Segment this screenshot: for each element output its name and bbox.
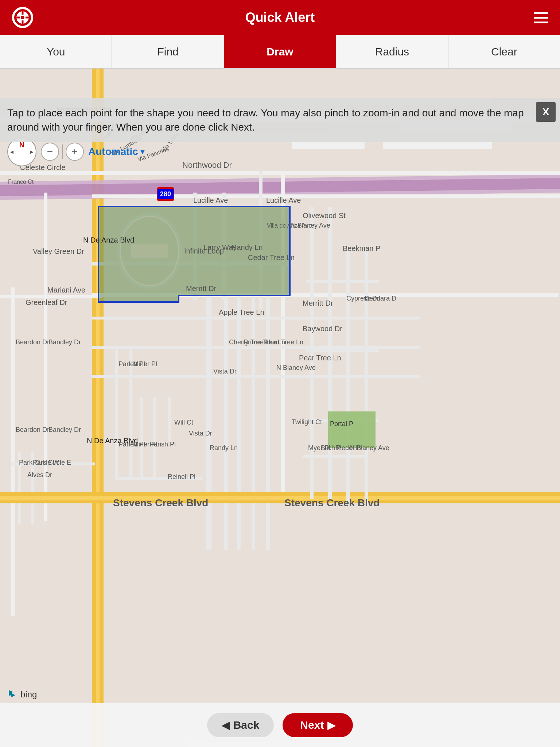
svg-text:Beekman P: Beekman P <box>343 244 380 252</box>
svg-text:Valley Green Dr: Valley Green Dr <box>33 247 84 255</box>
tab-draw[interactable]: Draw <box>224 35 336 68</box>
svg-rect-38 <box>168 397 171 441</box>
info-banner-text: Tap to place each point for the shape yo… <box>7 107 524 133</box>
bing-logo: bing <box>7 689 37 700</box>
svg-text:Twilight Ct: Twilight Ct <box>292 418 322 426</box>
back-button[interactable]: ◀ Back <box>207 713 274 737</box>
tab-you[interactable]: You <box>0 35 112 68</box>
svg-text:Northwood Dr: Northwood Dr <box>182 160 232 170</box>
svg-text:Plum Tree Ln: Plum Tree Ln <box>264 338 303 346</box>
svg-text:Vista Dr: Vista Dr <box>189 430 212 437</box>
svg-text:Cedar Tree Ln: Cedar Tree Ln <box>248 253 295 262</box>
svg-rect-47 <box>346 251 350 506</box>
svg-rect-36 <box>140 397 143 477</box>
svg-text:Olivewood St: Olivewood St <box>303 212 346 220</box>
svg-point-6 <box>21 16 24 19</box>
map-area[interactable]: 280 Homestead Rd N De Anza Blvd N De Anz… <box>0 69 560 747</box>
close-banner-button[interactable]: X <box>536 102 556 122</box>
svg-text:Merritt Dr: Merritt Dr <box>186 285 217 293</box>
svg-text:Stevens Creek Blvd: Stevens Creek Blvd <box>113 497 208 508</box>
svg-text:Mariani Ave: Mariani Ave <box>47 286 85 294</box>
svg-rect-34 <box>115 349 118 477</box>
map-svg: 280 Homestead Rd N De Anza Blvd N De Anz… <box>0 69 560 747</box>
menu-button[interactable] <box>534 12 548 23</box>
svg-text:Will Ct: Will Ct <box>174 419 193 426</box>
bottom-nav: ◀ Back Next ▶ <box>0 703 560 747</box>
svg-text:Parish Pl: Parish Pl <box>149 441 176 448</box>
page-title: Quick Alert <box>245 10 315 25</box>
zoom-controls: − + <box>41 143 84 161</box>
zoom-divider <box>62 144 63 159</box>
svg-rect-62 <box>383 142 492 149</box>
svg-rect-49 <box>306 280 379 283</box>
svg-text:Deodara D: Deodara D <box>365 295 396 302</box>
svg-text:N De Anza Blvd: N De Anza Blvd <box>83 236 134 244</box>
svg-rect-61 <box>292 142 365 149</box>
svg-text:Vista Dr: Vista Dr <box>213 368 237 375</box>
zoom-mode-selector[interactable]: Automatic ▾ <box>88 146 144 158</box>
svg-rect-33 <box>208 295 211 550</box>
zoom-in-button[interactable]: + <box>66 143 84 161</box>
zoom-mode-arrow: ▾ <box>140 147 144 156</box>
svg-rect-7 <box>0 69 560 747</box>
svg-rect-18 <box>11 287 15 616</box>
svg-text:Portal P: Portal P <box>330 420 353 427</box>
tab-find[interactable]: Find <box>112 35 224 68</box>
svg-rect-48 <box>365 251 368 506</box>
tab-radius[interactable]: Radius <box>336 35 448 68</box>
svg-rect-44 <box>0 496 560 500</box>
bing-label: bing <box>20 689 37 700</box>
svg-text:Baywood Dr: Baywood Dr <box>303 325 342 333</box>
svg-text:Park Circle E: Park Circle E <box>33 459 71 466</box>
svg-text:Stevens Creek Blvd: Stevens Creek Blvd <box>284 497 380 508</box>
tab-clear[interactable]: Clear <box>448 35 560 68</box>
svg-text:Reinell Pl: Reinell Pl <box>168 473 195 480</box>
svg-text:Lucille Ave: Lucille Ave <box>193 196 228 204</box>
svg-rect-13 <box>0 171 560 175</box>
svg-text:Villa de Anza Ave: Villa de Anza Ave <box>267 222 312 229</box>
svg-text:Beardon Dr: Beardon Dr <box>16 338 49 346</box>
compass-left-arrow: ◂ <box>10 148 13 156</box>
svg-text:Pear Tree Ln: Pear Tree Ln <box>299 354 341 362</box>
next-label: Next <box>300 719 324 731</box>
svg-rect-9 <box>96 69 100 747</box>
svg-text:Apple Tree Ln: Apple Tree Ln <box>219 308 264 316</box>
next-button[interactable]: Next ▶ <box>283 713 353 737</box>
svg-text:Randy Ln: Randy Ln <box>232 243 263 251</box>
svg-text:Greenleaf Dr: Greenleaf Dr <box>26 298 67 306</box>
zoom-out-button[interactable]: − <box>41 143 59 161</box>
svg-text:N Blaney Ave: N Blaney Ave <box>276 364 316 371</box>
svg-rect-28 <box>252 295 255 550</box>
svg-rect-29 <box>266 295 270 550</box>
svg-rect-128 <box>131 244 168 258</box>
svg-rect-51 <box>306 349 379 352</box>
svg-text:Miner Pl: Miner Pl <box>133 360 157 368</box>
svg-rect-32 <box>92 375 420 378</box>
svg-text:Randy Ln: Randy Ln <box>210 444 238 452</box>
svg-rect-53 <box>303 455 365 458</box>
back-label: Back <box>233 719 260 731</box>
svg-text:280: 280 <box>160 190 171 198</box>
svg-rect-26 <box>224 295 228 550</box>
svg-rect-35 <box>129 349 132 477</box>
tab-bar: You Find Draw Radius Clear <box>0 35 560 69</box>
svg-text:Beardon Dr: Beardon Dr <box>16 426 49 433</box>
app-header: Quick Alert <box>0 0 560 35</box>
svg-text:Bandley Dr: Bandley Dr <box>48 338 81 346</box>
zoom-mode-label: Automatic <box>88 146 138 158</box>
svg-rect-31 <box>92 346 420 349</box>
compass-right-arrow: ▸ <box>30 148 34 156</box>
svg-text:N Blaney Ave: N Blaney Ave <box>350 444 389 452</box>
svg-rect-50 <box>306 317 379 320</box>
info-banner: Tap to place each point for the shape yo… <box>0 98 560 142</box>
back-arrow-icon: ◀ <box>222 719 230 731</box>
svg-text:Lucille Ave: Lucille Ave <box>266 196 301 204</box>
svg-rect-54 <box>328 411 376 448</box>
svg-rect-37 <box>153 397 156 477</box>
svg-marker-129 <box>9 690 15 697</box>
svg-text:Bandley Dr: Bandley Dr <box>48 426 81 433</box>
svg-rect-27 <box>237 295 241 550</box>
app-logo <box>12 7 34 28</box>
svg-rect-16 <box>0 295 102 298</box>
svg-text:Alves Dr: Alves Dr <box>27 471 52 479</box>
